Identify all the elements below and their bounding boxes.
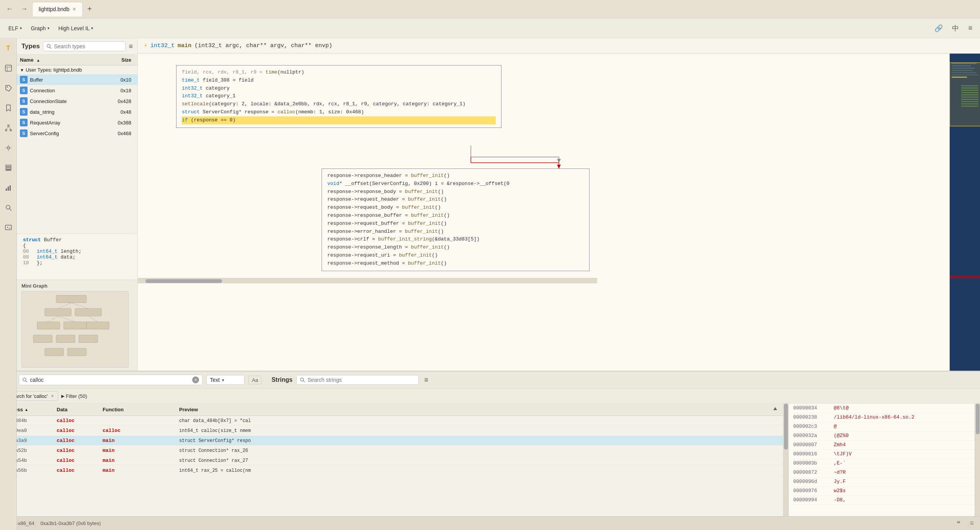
mini-graph-title: Mini Graph xyxy=(21,283,133,289)
svg-rect-65 xyxy=(950,276,980,278)
chinese-icon-button[interactable]: 中 xyxy=(949,22,962,34)
sidebar-icon-console[interactable] xyxy=(2,221,15,234)
sidebar-icon-tags[interactable] xyxy=(2,81,15,95)
table-row[interactable]: 0000484b calloc char data_484b[0x7] = "c… xyxy=(0,416,783,426)
table-row[interactable]: 00009ea0 calloc calloc int64_t calloc(si… xyxy=(0,426,783,436)
table-row[interactable]: 0000a56b calloc main int64_t rax_25 = ca… xyxy=(0,466,783,476)
svg-point-4 xyxy=(8,125,9,126)
list-item[interactable]: 00000238 /lib64/ld-linux-x86-64.so.2 xyxy=(789,413,975,422)
type-row-requestarray[interactable]: S RequestArray 0x388 xyxy=(17,117,137,128)
status-range: 0xa3b1-0xa3b7 (0x6 bytes) xyxy=(41,520,101,526)
types-menu-button[interactable]: ≡ xyxy=(129,43,133,51)
sidebar-icon-layers[interactable] xyxy=(2,161,15,175)
right-scrollbar[interactable] xyxy=(975,404,980,516)
find-clear-button[interactable]: × xyxy=(192,376,199,383)
type-name-serverconfig: ServerConfig xyxy=(30,131,104,136)
code-line: response->response_header = buffer_init(… xyxy=(327,172,584,180)
table-row[interactable]: 0000a52b calloc main struct Connection* … xyxy=(0,446,783,456)
tab-label: lighttpd.bndb xyxy=(39,6,69,12)
types-panel: Types ≡ Name ▲ Size xyxy=(17,38,137,371)
code-canvas: field, rcx, rdx, r8_1, r9 = time(nullptr… xyxy=(138,54,597,283)
find-case-button[interactable]: Aa xyxy=(248,376,261,384)
find-input[interactable] xyxy=(30,377,190,383)
types-group-header[interactable]: ▼ User Types: lighttpd.bndb xyxy=(17,65,137,74)
status-list-icon[interactable]: ≡ xyxy=(970,519,974,528)
table-row[interactable]: 0000a54b calloc main struct Connection* … xyxy=(0,456,783,466)
code-line: void* __offset(ServerConfig, 0x200) i = … xyxy=(327,180,584,188)
sidebar-icon-struct[interactable] xyxy=(2,61,15,75)
mini-graph-canvas[interactable] xyxy=(21,291,129,368)
tab-close-button[interactable]: ✕ xyxy=(72,7,76,12)
svg-line-36 xyxy=(58,316,75,322)
sidebar-icon-types[interactable]: T xyxy=(2,41,15,55)
forward-button[interactable]: → xyxy=(18,3,31,15)
sidebar-icon-flow[interactable] xyxy=(2,121,15,135)
type-row-data-string[interactable]: S data_string 0x48 xyxy=(17,106,137,117)
types-header: Types ≡ xyxy=(17,38,137,55)
svg-rect-13 xyxy=(6,188,7,191)
strings-scrollbar-thumb xyxy=(784,404,788,450)
new-tab-button[interactable]: + xyxy=(84,5,95,13)
svg-rect-30 xyxy=(79,335,98,343)
str-value: -D8, xyxy=(834,497,846,503)
list-item[interactable]: 0000032a (@Z%0 xyxy=(789,431,975,440)
type-row-connectionstate[interactable]: S ConnectionState 0x428 xyxy=(17,96,137,106)
str-addr: 00000976 xyxy=(793,488,828,494)
str-addr: 00000238 xyxy=(793,414,828,420)
horizontal-scrollbar[interactable] xyxy=(138,278,597,283)
back-button[interactable]: ← xyxy=(3,3,16,15)
filter-toggle-button[interactable]: ▶ Filter (50) xyxy=(61,393,87,399)
sidebar-icon-chart[interactable] xyxy=(2,181,15,195)
link-icon-button[interactable]: 🔗 xyxy=(931,23,946,34)
menu-icon-button[interactable]: ≡ xyxy=(965,23,975,34)
svg-rect-23 xyxy=(45,309,71,316)
highlevel-chevron-icon: ▾ xyxy=(91,26,93,30)
svg-line-7 xyxy=(6,126,8,129)
results-table[interactable]: Address ▲ Data Function Preview xyxy=(0,404,783,516)
code-line: response->request_method = buffer_init() xyxy=(327,260,584,268)
list-item[interactable]: 00000807 Zmh4 xyxy=(789,440,975,450)
find-type-select[interactable]: Text ▾ xyxy=(206,375,245,385)
type-badge-data-string: S xyxy=(20,108,28,116)
code-line: int32_t category_1 xyxy=(182,92,496,100)
table-row[interactable]: 0000a3a9 calloc main struct ServerConfig… xyxy=(0,436,783,446)
strings-menu-button[interactable]: ≡ xyxy=(424,376,428,384)
types-search-container xyxy=(43,41,126,51)
elf-menu-button[interactable]: ELF ▾ xyxy=(5,24,26,33)
strings-panel[interactable]: 00000034 @8\t@ 00000238 /lib64/ld-linux-… xyxy=(783,404,975,516)
list-item[interactable]: 00000976 w2$s xyxy=(789,486,975,496)
list-item[interactable]: 00000994 -D8, xyxy=(789,496,975,505)
row-data: calloc xyxy=(57,418,103,424)
sidebar-icon-bookmarks[interactable] xyxy=(2,101,15,115)
list-item[interactable]: 0000096d Jy.F xyxy=(789,477,975,486)
struct-detail: struct Buffer { 00 int64_t length; 08 in… xyxy=(17,234,137,280)
type-badge-connection: S xyxy=(20,87,28,94)
list-item[interactable]: 00000034 @8\t@ xyxy=(789,404,975,413)
str-addr: 0000003b xyxy=(793,460,828,466)
list-item[interactable]: 000002c3 @ xyxy=(789,422,975,431)
type-size-serverconfig: 0x468 xyxy=(104,131,134,136)
list-item[interactable]: 0000003b ,E-` xyxy=(789,459,975,468)
search-tag-close-button[interactable]: × xyxy=(51,393,54,399)
type-row-buffer[interactable]: S Buffer 0x10 xyxy=(17,74,137,85)
list-item[interactable]: 00000816 \tJF)V xyxy=(789,450,975,459)
strings-scrollbar[interactable] xyxy=(783,404,789,516)
type-row-connection[interactable]: S Connection 0x18 xyxy=(17,85,137,96)
row-preview: struct ServerConfig* respo xyxy=(179,438,780,443)
type-row-serverconfig[interactable]: S ServerConfig 0x468 xyxy=(17,128,137,139)
sidebar-icon-search[interactable] xyxy=(2,201,15,214)
scroll-icon xyxy=(772,406,778,412)
highlevel-label: High Level IL xyxy=(59,25,90,31)
svg-marker-45 xyxy=(557,165,561,168)
right-scrollbar-thumb xyxy=(976,404,980,434)
graph-menu-button[interactable]: Graph ▾ xyxy=(27,24,53,33)
sidebar-icon-gear[interactable] xyxy=(2,141,15,155)
svg-rect-18 xyxy=(5,225,11,230)
list-item[interactable]: 00000872 ~d?R xyxy=(789,468,975,477)
code-scroll[interactable]: field, rcx, rdx, r8_1, r9 = time(nullptr… xyxy=(138,54,949,371)
strings-search-input[interactable] xyxy=(307,377,415,383)
types-search-input[interactable] xyxy=(54,43,122,49)
highlevel-menu-button[interactable]: High Level IL ▾ xyxy=(55,24,97,33)
tab-lighttpd[interactable]: lighttpd.bndb ✕ xyxy=(32,2,83,16)
type-badge-connectionstate: S xyxy=(20,97,28,105)
